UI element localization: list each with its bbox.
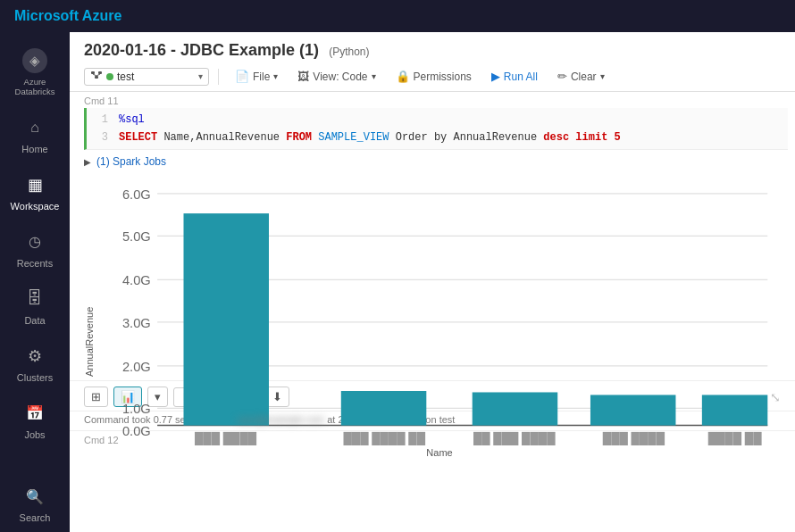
data-icon: 🗄 xyxy=(22,287,47,312)
sidebar-label-azure-databricks: AzureDatabricks xyxy=(15,77,55,97)
cell-container: Cmd 11 1 %sql 3 SELECT Name,AnnualRevenu… xyxy=(70,92,795,532)
spark-jobs-label: (1) Spark Jobs xyxy=(96,155,166,168)
triangle-icon: ▶ xyxy=(84,157,91,167)
svg-rect-0 xyxy=(91,71,95,74)
file-button[interactable]: 📄 File ▾ xyxy=(228,67,285,86)
code-lines: 1 %sql 3 SELECT Name,AnnualRevenue FROM … xyxy=(87,108,788,149)
svg-text:5.0G: 5.0G xyxy=(122,229,151,244)
azure-databricks-icon: ◈ xyxy=(22,48,47,73)
cluster-selector[interactable]: test ▾ xyxy=(84,68,209,86)
clear-button[interactable]: ✏ Clear ▾ xyxy=(550,67,612,86)
toolbar: test ▾ 📄 File ▾ 🖼 View: Code ▾ xyxy=(84,67,781,86)
svg-text:███ ████ ██: ███ ████ ██ xyxy=(343,431,425,445)
view-icon: 🖼 xyxy=(297,70,309,83)
notebook-title: 2020-01-16 - JDBC Example (1) (Python) xyxy=(84,41,781,60)
sidebar-item-azure-databricks[interactable]: ◈ AzureDatabricks xyxy=(0,39,70,106)
bar-2 xyxy=(341,391,427,426)
svg-text:████ ██: ████ ██ xyxy=(708,431,762,445)
recents-icon: ◷ xyxy=(22,229,47,254)
code-cell[interactable]: 1 %sql 3 SELECT Name,AnnualRevenue FROM … xyxy=(84,108,788,150)
sidebar-item-workspace[interactable]: ▦ Workspace xyxy=(0,163,70,220)
code-line-1: 1 %sql xyxy=(94,113,781,126)
sidebar-item-home[interactable]: ⌂ Home xyxy=(0,106,70,163)
cluster-tree-icon xyxy=(90,71,103,83)
bar-4 xyxy=(590,395,676,425)
bar-3 xyxy=(473,392,558,425)
svg-text:███ ████: ███ ████ xyxy=(603,431,665,445)
app-title: Microsoft Azure xyxy=(14,8,121,24)
top-bar: Microsoft Azure xyxy=(0,0,795,32)
sidebar-label-clusters: Clusters xyxy=(17,372,53,383)
eraser-icon: ✏ xyxy=(557,70,567,83)
cluster-chevron-icon: ▾ xyxy=(198,71,203,81)
home-icon: ⌂ xyxy=(22,115,47,140)
cluster-status-dot xyxy=(106,73,113,80)
code-line-3: 3 SELECT Name,AnnualRevenue FROM SAMPLE_… xyxy=(94,131,781,144)
run-icon: ▶ xyxy=(491,70,500,83)
cmd-label: Cmd 11 xyxy=(70,92,795,108)
chart-inner: 6.0G 5.0G 4.0G 3.0G 2.0G 1.0G 0.0G xyxy=(98,180,781,377)
run-all-button[interactable]: ▶ Run All xyxy=(484,67,545,86)
svg-text:██ ███ ████: ██ ███ ████ xyxy=(473,431,556,445)
workspace-icon: ▦ xyxy=(22,172,47,197)
file-chevron-icon: ▾ xyxy=(273,71,278,81)
svg-text:1.0G: 1.0G xyxy=(122,402,151,416)
spark-jobs-row[interactable]: ▶ (1) Spark Jobs xyxy=(70,150,795,173)
jobs-icon: 📅 xyxy=(22,401,47,426)
view-button[interactable]: 🖼 View: Code ▾ xyxy=(290,67,382,86)
language-badge: (Python) xyxy=(329,46,369,58)
sidebar-label-data: Data xyxy=(24,315,45,326)
file-icon: 📄 xyxy=(235,70,249,83)
sidebar-item-recents[interactable]: ◷ Recents xyxy=(0,220,70,278)
bar-1 xyxy=(184,213,270,425)
svg-text:███ ████: ███ ████ xyxy=(195,431,257,445)
sidebar-label-search: Search xyxy=(20,512,51,523)
notebook-content: 2020-01-16 - JDBC Example (1) (Python) t… xyxy=(70,32,795,532)
svg-text:3.0G: 3.0G xyxy=(122,316,151,330)
svg-line-4 xyxy=(96,74,100,76)
notebook-header: 2020-01-16 - JDBC Example (1) (Python) t… xyxy=(70,32,795,92)
sidebar-label-jobs: Jobs xyxy=(24,429,45,440)
cluster-name: test xyxy=(117,71,195,83)
svg-rect-2 xyxy=(95,76,98,79)
sidebar-item-clusters[interactable]: ⚙ Clusters xyxy=(0,335,70,392)
sidebar-item-data[interactable]: 🗄 Data xyxy=(0,278,70,335)
y-axis-label: AnnualRevenue xyxy=(84,180,95,377)
sidebar: ◈ AzureDatabricks ⌂ Home ▦ Workspace ◷ R… xyxy=(0,32,70,532)
user-info-blurred: user@example.com xyxy=(237,414,324,425)
chart-svg: 6.0G 5.0G 4.0G 3.0G 2.0G 1.0G 0.0G xyxy=(98,180,781,445)
svg-rect-1 xyxy=(98,71,102,74)
svg-text:6.0G: 6.0G xyxy=(122,187,151,202)
search-sidebar-icon: 🔍 xyxy=(22,484,47,509)
sidebar-label-workspace: Workspace xyxy=(11,201,60,212)
bar-5 xyxy=(702,395,767,425)
x-axis-label: Name xyxy=(98,445,781,458)
sidebar-label-home: Home xyxy=(21,144,47,154)
sidebar-label-recents: Recents xyxy=(17,258,53,269)
toolbar-divider-1 xyxy=(218,69,219,85)
chart-wrap: AnnualRevenue xyxy=(84,180,781,377)
svg-text:2.0G: 2.0G xyxy=(122,360,151,374)
svg-text:4.0G: 4.0G xyxy=(122,273,151,287)
sidebar-item-jobs[interactable]: 📅 Jobs xyxy=(0,392,70,449)
view-chevron-icon: ▾ xyxy=(372,71,376,81)
clear-chevron-icon: ▾ xyxy=(600,71,605,81)
lock-icon: 🔒 xyxy=(396,70,410,83)
chart-area: AnnualRevenue xyxy=(70,173,795,380)
permissions-button[interactable]: 🔒 Permissions xyxy=(389,67,479,86)
svg-text:0.0G: 0.0G xyxy=(122,424,151,438)
sidebar-item-search[interactable]: 🔍 Search xyxy=(0,475,70,532)
svg-line-3 xyxy=(93,74,96,76)
clusters-icon: ⚙ xyxy=(22,344,47,369)
